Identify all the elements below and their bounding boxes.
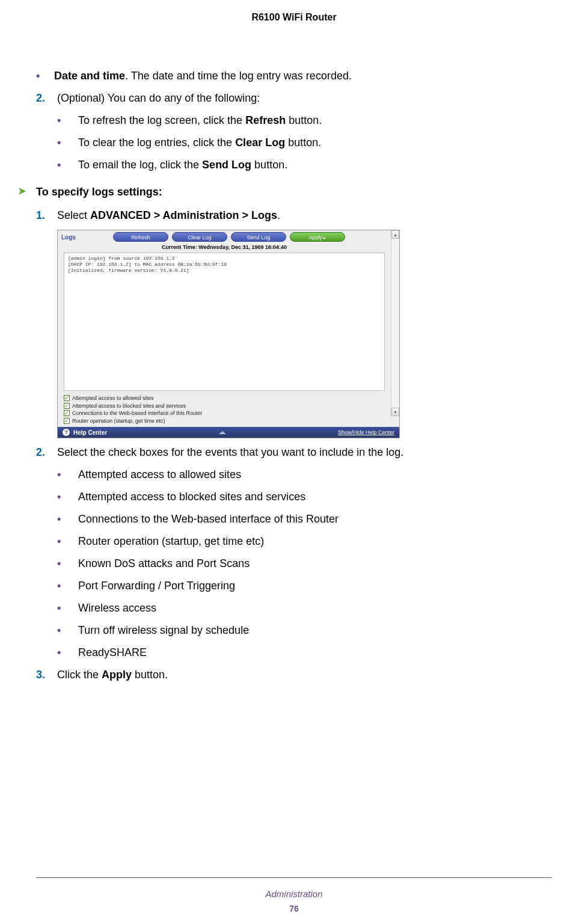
ss-check-row: Connections to the Web-based interface o… [64,409,385,417]
bullet-dot-icon: • [57,600,78,616]
list-item: •Port Forwarding / Port Triggering [57,578,552,594]
ss-toolbar: Logs Refresh Clear Log Send Log Apply [58,230,391,243]
bullet-dot-icon: • [57,622,78,639]
bullet-dot-icon: • [57,489,78,505]
ss-check-label: Router operation (startup, get time etc) [72,417,165,425]
list-item: •Turn off wireless signal by schedule [57,622,552,639]
ss-checkbox-group: Attempted access to allowed sites Attemp… [58,391,391,427]
bullet-dot-icon: • [57,112,78,129]
step-2-text: (Optional) You can do any of the followi… [57,90,552,106]
bullet-dot-icon: • [57,645,78,661]
footer-page-number: 76 [0,904,588,913]
ss-check-label: Attempted access to blocked sites and se… [72,402,186,410]
ss-check-label: Attempted access to allowed sites [72,394,154,402]
date-time-term: Date and time [54,70,125,82]
ss-log-textarea[interactable]: [admin login] from source 192.168.1.2 [D… [64,253,385,391]
ss-vertical-scrollbar[interactable]: ▲ ▼ [391,230,399,416]
step-number: 2. [36,444,57,461]
ss-sendlog-button[interactable]: Send Log [231,232,286,242]
checkbox-icon[interactable] [64,403,70,409]
step-2-text: Select the check boxes for the events th… [57,444,552,461]
sub-bullet-sendlog: • To email the log, click the Send Log b… [57,157,552,173]
help-icon: ? [63,429,70,436]
ss-refresh-button[interactable]: Refresh [113,232,168,242]
ss-apply-button[interactable]: Apply [290,232,345,242]
bullet-dot-icon: • [57,533,78,550]
bullet-dot-icon: • [57,135,78,151]
scroll-up-icon[interactable]: ▲ [391,230,399,239]
step-2-optional: 2. (Optional) You can do any of the foll… [36,90,552,106]
ss-check-row: Attempted access to blocked sites and se… [64,402,385,410]
logs-screenshot: Logs Refresh Clear Log Send Log Apply Cu… [57,230,400,438]
bullet-dot-icon: • [57,578,78,594]
bullet-dot-icon: • [57,556,78,572]
page-header-title: R6100 WiFi Router [0,0,588,23]
list-item: •Connections to the Web-based interface … [57,511,552,527]
list-item: •Attempted access to blocked sites and s… [57,489,552,505]
date-time-desc: . The date and time the log entry was re… [125,70,352,82]
ss-check-row: Attempted access to allowed sites [64,394,385,402]
list-item: •Known DoS attacks and Port Scans [57,556,552,572]
bullet-dot-icon: • [57,467,78,483]
footer-rule [36,877,552,878]
checkbox-icon[interactable] [64,418,70,424]
bullet-dot-icon: • [36,68,54,84]
step-1: 1. Select ADVANCED > Administration > Lo… [36,207,552,224]
ss-log-line: [Initialized, firmware version: V1.0.0.2… [68,268,381,274]
list-item: •Wireless access [57,600,552,616]
step-number: 2. [36,90,57,106]
step-number: 1. [36,207,57,224]
section-heading-text: To specify logs settings: [36,184,162,200]
ss-help-link[interactable]: Show/Hide Help Center [338,429,394,435]
ss-help-center-bar[interactable]: ? Help Center Show/Hide Help Center [58,427,399,438]
checkbox-icon[interactable] [64,410,70,416]
bullet-date-time: • Date and time. The date and time the l… [36,68,552,84]
step-2: 2. Select the check boxes for the events… [36,444,552,461]
checkbox-icon[interactable] [64,395,70,401]
ss-clearlog-button[interactable]: Clear Log [172,232,227,242]
ss-log-line: [DHCP IP: 192.168.1.2] to MAC address 00… [68,262,381,268]
chevron-right-icon: ➤ [18,184,36,200]
list-item: •ReadySHARE [57,645,552,661]
ss-check-row: Router operation (startup, get time etc) [64,417,385,425]
list-item: •Attempted access to allowed sites [57,467,552,483]
list-item: •Router operation (startup, get time etc… [57,533,552,550]
main-content: • Date and time. The date and time the l… [0,23,588,683]
step-2-sublist: •Attempted access to allowed sites •Atte… [57,467,552,661]
footer-section-title: Administration [0,889,588,899]
bullet-dot-icon: • [57,157,78,173]
ss-log-line: [admin login] from source 192.168.1.2 [68,256,381,262]
step-number: 3. [36,667,57,683]
chevron-up-icon [219,431,226,434]
bullet-date-text: Date and time. The date and time the log… [54,68,552,84]
section-heading-logs-settings: ➤ To specify logs settings: [18,184,552,200]
bullet-dot-icon: • [57,511,78,527]
scroll-down-icon[interactable]: ▼ [391,408,399,416]
step-3: 3. Click the Apply button. [36,667,552,683]
ss-check-label: Connections to the Web-based interface o… [72,409,202,417]
ss-current-time: Current Time: Wednesday, Dec 31, 1969 16… [58,243,391,253]
step-2-sublist: • To refresh the log screen, click the R… [57,112,552,173]
sub-bullet-clearlog: • To clear the log entries, click the Cl… [57,135,552,151]
ss-help-label: Help Center [73,429,107,436]
sub-bullet-refresh: • To refresh the log screen, click the R… [57,112,552,129]
ss-panel-title: Logs [61,234,76,241]
ss-button-row: Refresh Clear Log Send Log Apply [84,232,387,242]
